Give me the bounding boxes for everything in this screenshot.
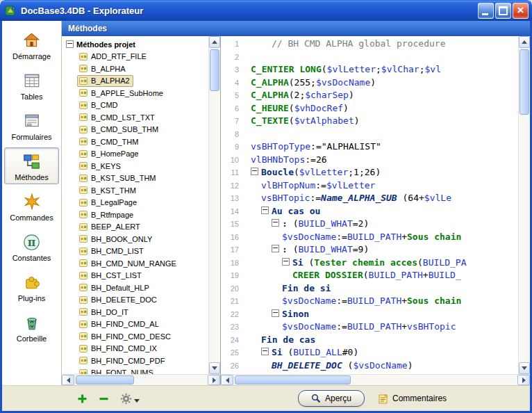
code-line-20[interactable]: 20Fin de si	[221, 282, 518, 295]
tree-item-b_rtfmpage[interactable]: B_Rtfmpage	[62, 209, 208, 221]
tree-vertical-scrollbar[interactable]	[208, 36, 220, 374]
method-name: BH_FIND_CMD_AL	[91, 320, 159, 328]
sidebar-item-demarrage[interactable]: Démarrage	[4, 26, 59, 63]
fold-marker-icon[interactable]	[272, 309, 279, 317]
code-line-15[interactable]: 15: (BUILD_WHAT=2)	[221, 218, 518, 231]
tree-item-bh_cmd_num_range[interactable]: BH_CMD_NUM_RANGE	[62, 257, 208, 270]
scroll-left-button[interactable]	[221, 375, 233, 385]
panel-header: Méthodes	[62, 21, 530, 36]
options-menu-button[interactable]	[120, 393, 140, 405]
tree-item-b_apple_subhome[interactable]: B_APPLE_SubHome	[62, 87, 208, 99]
fold-marker-icon[interactable]	[272, 219, 279, 227]
scroll-thumb[interactable]	[76, 375, 134, 384]
tree-item-b_cmd[interactable]: B_CMD	[62, 99, 208, 112]
tree-item-b_keys[interactable]: B_KEYS	[62, 160, 208, 172]
tree-horizontal-scrollbar[interactable]	[62, 374, 220, 385]
code-line-5[interactable]: 5C_ALPHA(2;$charSep)	[221, 89, 518, 102]
code-line-6[interactable]: 6C_HEURE($vhDocRef)	[221, 102, 518, 115]
scroll-down-button[interactable]	[209, 362, 220, 374]
fold-marker-icon[interactable]	[261, 348, 269, 355]
scroll-right-button[interactable]	[208, 375, 220, 385]
line-number: 5	[221, 89, 245, 102]
tree-item-bh_find_cmd_al[interactable]: BH_FIND_CMD_AL	[62, 318, 208, 331]
tree-item-bh_do_it[interactable]: BH_DO_IT	[62, 306, 208, 318]
tree-item-bh_book_only[interactable]: BH_BOOK_ONLY	[62, 233, 208, 245]
code-line-9[interactable]: 9vsBHTopType:="ALPHALIST"	[221, 140, 518, 154]
code-line-14[interactable]: 14Au cas ou	[221, 205, 518, 218]
scroll-down-button[interactable]	[519, 362, 530, 374]
code-area[interactable]: 1// BH CMD ALPHA global procedure23C_ENT…	[221, 36, 518, 374]
sidebar-item-plugins[interactable]: Plug-ins	[4, 268, 59, 305]
scroll-right-button[interactable]	[517, 375, 530, 385]
comments-toggle-button[interactable]: Commentaires	[379, 394, 447, 404]
code-line-22[interactable]: 22Sinon	[221, 308, 518, 321]
code-line-21[interactable]: 21$vsDocName:=BUILD_PATH+Sous chain	[221, 295, 518, 308]
tree-item-beep_alert[interactable]: BEEP_ALERT	[62, 221, 208, 234]
tree-item-bh_font_nums[interactable]: BH_FONT_NUMS	[62, 367, 208, 375]
fold-marker-icon[interactable]	[251, 168, 258, 175]
methods-tree-panel: Méthodes projet ADD_RTF_FILEB_ALPHAB_ALP…	[62, 36, 221, 385]
code-line-7[interactable]: 7C_TEXTE($vtAlphabet)	[221, 115, 518, 128]
code-line-25[interactable]: 25Si (BUILD_ALL#0)	[221, 346, 518, 359]
code-line-19[interactable]: 19CREER DOSSIER(BUILD_PATH+BUILD_	[221, 269, 518, 282]
code-line-17[interactable]: 17: (BUILD_WHAT=9)	[221, 243, 518, 257]
tree-item-b_homepage[interactable]: B_HomePage	[62, 148, 208, 161]
scroll-thumb[interactable]	[210, 49, 219, 91]
tree-root[interactable]: Méthodes projet	[62, 38, 208, 51]
close-button[interactable]	[513, 3, 529, 19]
code-line-23[interactable]: 23$vsDocName:=BUILD_PATH+vsBHTopic	[221, 321, 518, 334]
scroll-thumb[interactable]	[519, 49, 529, 115]
code-line-2[interactable]: 2	[221, 51, 518, 64]
tree-item-b_alpha[interactable]: B_ALPHA	[62, 63, 208, 75]
tree-item-bh_cst_list[interactable]: BH_CST_LIST	[62, 270, 208, 282]
code-line-16[interactable]: 16$vsDocName:=BUILD_PATH+Sous chain	[221, 231, 518, 244]
delete-method-button[interactable]	[99, 394, 109, 404]
code-line-12[interactable]: 12vlBHTopNum:=$vlLetter	[221, 179, 518, 193]
code-line-10[interactable]: 10vlBHNbTops:=26	[221, 154, 518, 167]
scroll-up-button[interactable]	[209, 36, 220, 48]
collapse-icon[interactable]	[66, 40, 74, 48]
method-icon	[79, 295, 88, 305]
tree-item-b_cmd_sub_thm[interactable]: B_CMD_SUB_THM	[62, 124, 208, 136]
sidebar-item-constantes[interactable]: π Constantes	[4, 228, 59, 265]
minimize-button[interactable]	[478, 3, 494, 19]
tree-item-b_cmd_lst_txt[interactable]: B_CMD_LST_TXT	[62, 111, 208, 124]
scroll-left-button[interactable]	[62, 375, 74, 385]
sidebar-item-commandes[interactable]: Commandes	[4, 188, 59, 225]
scroll-thumb[interactable]	[235, 375, 351, 384]
tree-item-bh_find_cmd_ix[interactable]: BH_FIND_CMD_IX	[62, 343, 208, 355]
code-line-4[interactable]: 4C_ALPHA(255;$vsDocName)	[221, 76, 518, 90]
tree-item-bh_delete_doc[interactable]: BH_DELETE_DOC	[62, 294, 208, 307]
code-line-18[interactable]: 18Si (Tester chemin acces(BUILD_PA	[221, 257, 518, 270]
preview-toggle-button[interactable]: Aperçu	[298, 390, 365, 407]
editor-vertical-scrollbar[interactable]	[518, 36, 530, 374]
tree-item-bh_find_cmd_pdf[interactable]: BH_FIND_CMD_PDF	[62, 355, 208, 367]
maximize-button[interactable]	[495, 3, 511, 19]
scroll-up-button[interactable]	[519, 36, 530, 48]
sidebar-item-methodes[interactable]: Méthodes	[4, 147, 59, 184]
tree-item-b_cmd_thm[interactable]: B_CMD_THM	[62, 136, 208, 148]
fold-marker-icon[interactable]	[282, 258, 290, 266]
code-line-3[interactable]: 3C_ENTIER LONG($vlLetter;$vlChar;$vl	[221, 63, 518, 76]
tree-item-b_kst_thm[interactable]: B_KST_THM	[62, 184, 208, 197]
sidebar-item-tables[interactable]: Tables	[4, 67, 59, 104]
code-line-8[interactable]: 8	[221, 128, 518, 141]
sidebar-item-formulaires[interactable]: Formulaires	[4, 107, 59, 144]
code-line-13[interactable]: 13vsBHTopic:=Name_ALPHA_SUB (64+$vlLe	[221, 192, 518, 205]
fold-marker-icon[interactable]	[272, 245, 279, 252]
code-line-26[interactable]: 26BH_DELETE_DOC ($vsDocName)	[221, 359, 518, 373]
sidebar-item-corbeille[interactable]: Corbeille	[4, 309, 59, 346]
tree-item-bh_cmd_list[interactable]: BH_CMD_LIST	[62, 245, 208, 258]
tree-item-add_rtf_file[interactable]: ADD_RTF_FILE	[62, 51, 208, 63]
tree-item-bh_default_hlp[interactable]: BH_Default_HLP	[62, 282, 208, 294]
fold-marker-icon[interactable]	[261, 206, 269, 214]
tree-item-b_kst_sub_thm[interactable]: B_KST_SUB_THM	[62, 172, 208, 185]
editor-horizontal-scrollbar[interactable]	[221, 374, 530, 385]
add-method-button[interactable]	[77, 394, 88, 404]
code-line-24[interactable]: 24Fin de cas	[221, 334, 518, 347]
code-line-11[interactable]: 11Boucle($vlLetter;1;26)	[221, 166, 518, 179]
tree-item-b_legalpage[interactable]: B_LegalPage	[62, 197, 208, 209]
tree-item-b_alpha2[interactable]: B_ALPHA2	[62, 75, 208, 88]
tree-item-bh_find_cmd_desc[interactable]: BH_FIND_CMD_DESC	[62, 330, 208, 343]
code-line-1[interactable]: 1// BH CMD ALPHA global procedure	[221, 38, 518, 51]
